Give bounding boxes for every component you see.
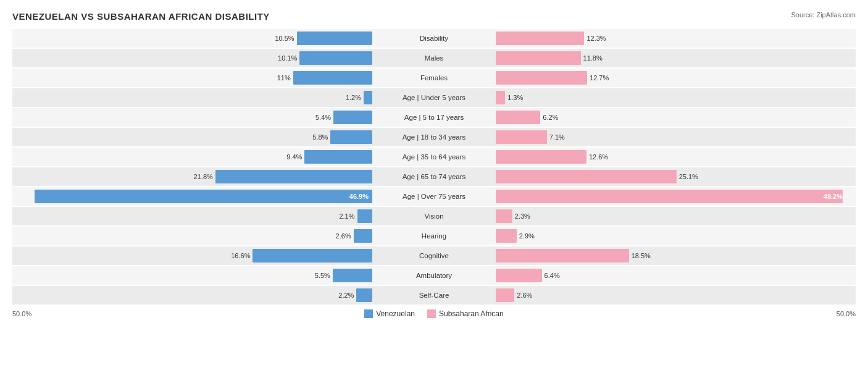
right-bar-container: 1.3% [496,88,856,107]
left-bar-container: 10.5% [12,29,372,48]
bar-row: 21.8% Age | 65 to 74 years 25.1% [12,167,856,186]
row-label: Hearing [372,232,496,240]
left-val: 2.2% [338,292,354,299]
row-label: Self-Care [372,292,496,299]
chart-title: VENEZUELAN VS SUBSAHARAN AFRICAN DISABIL… [12,11,270,22]
left-bar-container: 5.5% [12,266,372,285]
left-bar-container: 16.6% [12,246,372,265]
row-label: Age | 35 to 64 years [372,153,496,161]
right-bar-container: 6.2% [496,108,856,127]
left-val: 2.1% [339,212,354,220]
left-bar-container: 2.1% [12,207,372,225]
bar-row: 5.8% Age | 18 to 34 years 7.1% [12,128,856,146]
venezuelan-label: Venezuelan [376,309,415,318]
right-val: 12.7% [590,74,609,82]
left-val: 16.6% [231,252,250,259]
left-val: 10.5% [275,35,294,42]
row-label: Cognitive [372,252,496,259]
row-label: Females [372,74,496,82]
row-label: Vision [372,212,496,220]
right-val: 1.3% [507,94,523,101]
right-val: 2.3% [515,212,530,220]
right-val: 12.3% [586,35,606,42]
chart-container: VENEZUELAN VS SUBSAHARAN AFRICAN DISABIL… [0,0,868,330]
bar-row: 2.6% Hearing 2.9% [12,227,856,245]
left-val: 10.1% [278,54,297,62]
left-bar-container: 10.1% [12,49,372,67]
left-val: 11% [277,74,291,82]
right-val: 2.6% [517,292,532,299]
right-val: 6.4% [545,272,560,279]
left-val: 9.4% [286,153,302,161]
right-val: 7.1% [549,133,565,141]
bar-row: 10.5% Disability 12.3% [12,29,856,48]
left-val: 2.6% [336,232,351,240]
bar-row: 2.1% Vision 2.3% [12,207,856,225]
right-bar-container: 48.2% [496,187,856,206]
bar-row: 5.4% Age | 5 to 17 years 6.2% [12,108,856,127]
legend: Venezuelan Subsaharan African [364,309,503,318]
right-bar-container: 12.7% [496,69,856,87]
row-label: Age | Under 5 years [372,94,496,101]
right-val: 12.6% [589,153,608,161]
row-label: Disability [372,35,496,42]
left-val: 21.8% [194,173,213,180]
right-bar-container: 2.3% [496,207,856,225]
right-bar-container: 11.8% [496,49,856,67]
row-label: Ambulatory [372,272,496,279]
right-bar-container: 6.4% [496,266,856,285]
bar-row: 46.9% Age | Over 75 years 48.2% [12,187,856,206]
footer-right-val: 50.0% [819,310,856,317]
left-val: 1.2% [346,94,361,101]
legend-subsaharan: Subsaharan African [427,309,504,318]
bar-row: 2.2% Self-Care 2.6% [12,286,856,304]
left-bar-container: 46.9% [12,187,372,206]
bar-row: 5.5% Ambulatory 6.4% [12,266,856,285]
right-val: 6.2% [543,114,558,121]
subsaharan-color-box [427,309,436,318]
left-bar-container: 5.4% [12,108,372,127]
left-bar-container: 1.2% [12,88,372,107]
row-label: Age | Over 75 years [372,193,496,200]
left-bar-container: 21.8% [12,167,372,186]
right-bar-container: 7.1% [496,128,856,146]
right-bar-container: 25.1% [496,167,856,186]
right-val: 2.9% [519,232,535,240]
right-bar-container: 2.6% [496,286,856,304]
left-val: 5.8% [312,133,328,141]
row-label: Males [372,54,496,62]
row-label: Age | 65 to 74 years [372,173,496,180]
bar-row: 1.2% Age | Under 5 years 1.3% [12,88,856,107]
right-val: 18.5% [632,252,651,259]
left-bar-container: 11% [12,69,372,87]
right-val: 48.2% [824,193,843,200]
footer-left-val: 50.0% [12,310,49,317]
subsaharan-label: Subsaharan African [439,309,504,318]
right-bar-container: 18.5% [496,246,856,265]
right-bar-container: 2.9% [496,227,856,245]
left-bar-container: 2.6% [12,227,372,245]
bars-area: 10.5% Disability 12.3% 10.1% Males [12,29,856,304]
right-val: 25.1% [679,173,698,180]
chart-footer: 50.0% Venezuelan Subsaharan African 50.0… [12,309,856,318]
legend-venezuelan: Venezuelan [364,309,415,318]
bar-row: 11% Females 12.7% [12,69,856,87]
left-val: 5.4% [315,114,331,121]
bar-row: 9.4% Age | 35 to 64 years 12.6% [12,148,856,166]
source-label: Source: ZipAtlas.com [791,11,856,19]
left-val: 46.9% [349,193,369,200]
right-bar-container: 12.6% [496,148,856,166]
left-val: 5.5% [315,272,330,279]
right-val: 11.8% [583,54,603,62]
left-bar-container: 9.4% [12,148,372,166]
row-label: Age | 18 to 34 years [372,133,496,141]
left-bar-container: 2.2% [12,286,372,304]
left-bar-container: 5.8% [12,128,372,146]
venezuelan-color-box [364,309,373,318]
right-bar-container: 12.3% [496,29,856,48]
bar-row: 10.1% Males 11.8% [12,49,856,67]
row-label: Age | 5 to 17 years [372,114,496,121]
bar-row: 16.6% Cognitive 18.5% [12,246,856,265]
